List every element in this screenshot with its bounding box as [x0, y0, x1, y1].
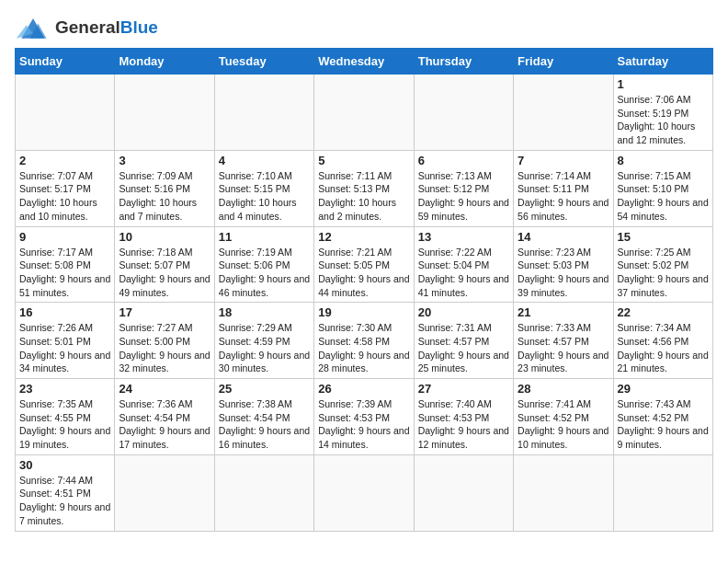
calendar-cell [514, 454, 613, 531]
weekday-header-tuesday: Tuesday [214, 49, 313, 75]
calendar-cell [115, 75, 214, 151]
day-info: Sunrise: 7:17 AM Sunset: 5:08 PM Dayligh… [19, 246, 110, 300]
calendar-cell: 27Sunrise: 7:40 AM Sunset: 4:53 PM Dayli… [414, 379, 513, 455]
calendar-cell: 16Sunrise: 7:26 AM Sunset: 5:01 PM Dayli… [16, 303, 115, 379]
day-info: Sunrise: 7:26 AM Sunset: 5:01 PM Dayligh… [19, 321, 110, 375]
day-info: Sunrise: 7:44 AM Sunset: 4:51 PM Dayligh… [19, 474, 110, 528]
calendar-cell [115, 454, 214, 531]
day-number: 6 [418, 154, 509, 167]
calendar-cell: 9Sunrise: 7:17 AM Sunset: 5:08 PM Daylig… [16, 226, 115, 303]
day-info: Sunrise: 7:10 AM Sunset: 5:15 PM Dayligh… [219, 169, 310, 224]
day-info: Sunrise: 7:06 AM Sunset: 5:19 PM Dayligh… [618, 93, 709, 147]
weekday-header-saturday: Saturday [613, 49, 712, 75]
calendar-cell: 11Sunrise: 7:19 AM Sunset: 5:06 PM Dayli… [214, 226, 313, 303]
weekday-header-monday: Monday [115, 49, 214, 75]
calendar-cell: 2Sunrise: 7:07 AM Sunset: 5:17 PM Daylig… [16, 150, 115, 226]
calendar-cell: 29Sunrise: 7:43 AM Sunset: 4:52 PM Dayli… [613, 379, 712, 455]
day-info: Sunrise: 7:43 AM Sunset: 4:52 PM Dayligh… [618, 397, 709, 452]
calendar-cell: 13Sunrise: 7:22 AM Sunset: 5:04 PM Dayli… [414, 226, 513, 303]
weekday-header-thursday: Thursday [414, 49, 513, 75]
calendar-cell: 15Sunrise: 7:25 AM Sunset: 5:02 PM Dayli… [613, 226, 712, 303]
day-number: 5 [318, 154, 409, 167]
day-number: 27 [418, 382, 509, 396]
calendar-cell: 22Sunrise: 7:34 AM Sunset: 4:56 PM Dayli… [613, 303, 712, 379]
day-info: Sunrise: 7:29 AM Sunset: 4:59 PM Dayligh… [219, 321, 310, 375]
weekday-header-row: SundayMondayTuesdayWednesdayThursdayFrid… [16, 49, 713, 75]
calendar-cell: 3Sunrise: 7:09 AM Sunset: 5:16 PM Daylig… [115, 150, 214, 226]
calendar-cell [314, 454, 414, 531]
day-info: Sunrise: 7:31 AM Sunset: 4:57 PM Dayligh… [418, 321, 509, 375]
day-info: Sunrise: 7:25 AM Sunset: 5:02 PM Dayligh… [618, 246, 709, 300]
calendar-cell: 30Sunrise: 7:44 AM Sunset: 4:51 PM Dayli… [16, 454, 115, 531]
day-number: 18 [219, 305, 310, 319]
calendar-cell: 24Sunrise: 7:36 AM Sunset: 4:54 PM Dayli… [115, 379, 214, 455]
week-row-5: 30Sunrise: 7:44 AM Sunset: 4:51 PM Dayli… [16, 454, 713, 531]
day-info: Sunrise: 7:22 AM Sunset: 5:04 PM Dayligh… [418, 246, 509, 300]
day-number: 23 [19, 382, 110, 396]
day-number: 2 [19, 154, 110, 167]
calendar-cell: 20Sunrise: 7:31 AM Sunset: 4:57 PM Dayli… [414, 303, 513, 379]
day-info: Sunrise: 7:33 AM Sunset: 4:57 PM Dayligh… [518, 321, 609, 375]
day-number: 21 [518, 305, 609, 319]
day-number: 26 [318, 382, 409, 396]
calendar-cell: 7Sunrise: 7:14 AM Sunset: 5:11 PM Daylig… [514, 150, 613, 226]
day-info: Sunrise: 7:09 AM Sunset: 5:16 PM Dayligh… [119, 169, 210, 224]
calendar-cell [314, 75, 414, 151]
calendar-cell: 1Sunrise: 7:06 AM Sunset: 5:19 PM Daylig… [613, 75, 712, 151]
calendar-cell: 25Sunrise: 7:38 AM Sunset: 4:54 PM Dayli… [214, 379, 313, 455]
day-number: 4 [219, 154, 310, 167]
day-info: Sunrise: 7:19 AM Sunset: 5:06 PM Dayligh… [219, 246, 310, 300]
calendar-cell: 14Sunrise: 7:23 AM Sunset: 5:03 PM Dayli… [514, 226, 613, 303]
day-number: 29 [618, 382, 709, 396]
day-number: 24 [119, 382, 210, 396]
weekday-header-wednesday: Wednesday [314, 49, 414, 75]
day-number: 11 [219, 230, 310, 244]
day-number: 13 [418, 230, 509, 244]
day-number: 7 [518, 154, 609, 167]
day-number: 20 [418, 305, 509, 319]
calendar-cell [214, 454, 313, 531]
day-number: 9 [19, 230, 110, 244]
day-number: 25 [219, 382, 310, 396]
calendar-cell: 21Sunrise: 7:33 AM Sunset: 4:57 PM Dayli… [514, 303, 613, 379]
calendar-cell: 28Sunrise: 7:41 AM Sunset: 4:52 PM Dayli… [514, 379, 613, 455]
day-info: Sunrise: 7:07 AM Sunset: 5:17 PM Dayligh… [19, 169, 110, 224]
logo-label: GeneralBlue [55, 17, 158, 38]
calendar-cell: 19Sunrise: 7:30 AM Sunset: 4:58 PM Dayli… [314, 303, 414, 379]
day-number: 12 [318, 230, 409, 244]
week-row-2: 9Sunrise: 7:17 AM Sunset: 5:08 PM Daylig… [16, 226, 713, 303]
day-number: 14 [518, 230, 609, 244]
day-info: Sunrise: 7:18 AM Sunset: 5:07 PM Dayligh… [119, 246, 210, 300]
day-number: 28 [518, 382, 609, 396]
calendar-cell [214, 75, 313, 151]
day-info: Sunrise: 7:36 AM Sunset: 4:54 PM Dayligh… [119, 397, 210, 452]
day-number: 8 [618, 154, 709, 167]
calendar-cell [514, 75, 613, 151]
day-info: Sunrise: 7:40 AM Sunset: 4:53 PM Dayligh… [418, 397, 509, 452]
calendar-cell: 10Sunrise: 7:18 AM Sunset: 5:07 PM Dayli… [115, 226, 214, 303]
calendar-cell: 17Sunrise: 7:27 AM Sunset: 5:00 PM Dayli… [115, 303, 214, 379]
week-row-1: 2Sunrise: 7:07 AM Sunset: 5:17 PM Daylig… [16, 150, 713, 226]
day-info: Sunrise: 7:23 AM Sunset: 5:03 PM Dayligh… [518, 246, 609, 300]
logo: GeneralBlue [15, 15, 158, 40]
day-info: Sunrise: 7:21 AM Sunset: 5:05 PM Dayligh… [318, 246, 409, 300]
day-number: 22 [618, 305, 709, 319]
calendar-cell [414, 75, 513, 151]
weekday-header-friday: Friday [514, 49, 613, 75]
week-row-3: 16Sunrise: 7:26 AM Sunset: 5:01 PM Dayli… [16, 303, 713, 379]
day-info: Sunrise: 7:13 AM Sunset: 5:12 PM Dayligh… [418, 169, 509, 224]
calendar-cell: 6Sunrise: 7:13 AM Sunset: 5:12 PM Daylig… [414, 150, 513, 226]
calendar-cell: 23Sunrise: 7:35 AM Sunset: 4:55 PM Dayli… [16, 379, 115, 455]
day-number: 30 [19, 458, 110, 472]
day-info: Sunrise: 7:41 AM Sunset: 4:52 PM Dayligh… [518, 397, 609, 452]
page-header: GeneralBlue [15, 15, 713, 40]
day-info: Sunrise: 7:27 AM Sunset: 5:00 PM Dayligh… [119, 321, 210, 375]
day-info: Sunrise: 7:38 AM Sunset: 4:54 PM Dayligh… [219, 397, 310, 452]
logo-icon [15, 15, 51, 40]
day-info: Sunrise: 7:39 AM Sunset: 4:53 PM Dayligh… [318, 397, 409, 452]
calendar-cell [613, 454, 712, 531]
day-number: 15 [618, 230, 709, 244]
calendar-cell: 4Sunrise: 7:10 AM Sunset: 5:15 PM Daylig… [214, 150, 313, 226]
calendar-cell: 12Sunrise: 7:21 AM Sunset: 5:05 PM Dayli… [314, 226, 414, 303]
day-info: Sunrise: 7:14 AM Sunset: 5:11 PM Dayligh… [518, 169, 609, 224]
